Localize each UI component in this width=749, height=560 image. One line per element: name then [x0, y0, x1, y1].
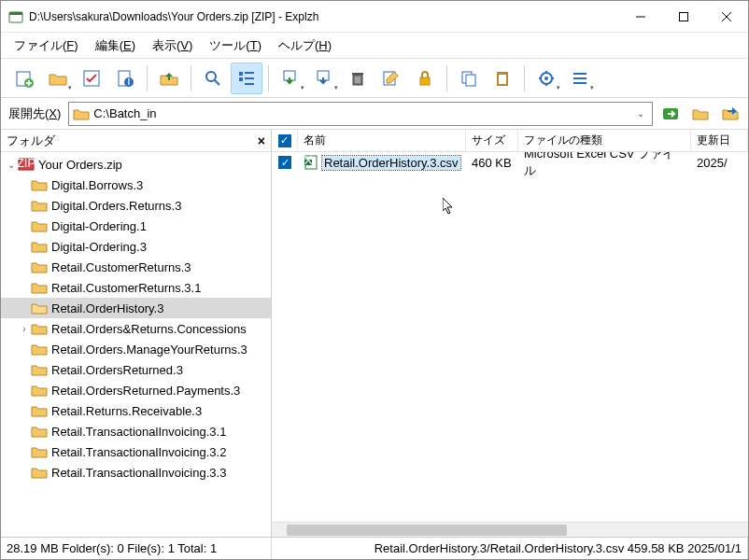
file-list-rows[interactable]: ✓ XRetail.OrderHistory.3.csv 460 KB Micr…	[272, 152, 748, 522]
app-icon	[8, 9, 23, 24]
path-field[interactable]: ⌄	[68, 102, 653, 126]
tree-item[interactable]: ›Retail.Orders&Returns.Concessions	[1, 318, 271, 339]
horizontal-scrollbar[interactable]	[272, 522, 748, 537]
menu-view[interactable]: 表示(V)	[145, 34, 200, 58]
new-archive-button[interactable]	[8, 63, 40, 94]
folder-tree-close[interactable]: ×	[258, 133, 265, 148]
rename-button[interactable]	[375, 63, 407, 94]
tree-item[interactable]: Retail.TransactionalInvoicing.3.2	[1, 441, 271, 462]
window-title: D:\Users\sakura\Downloads\Your Orders.zi…	[29, 10, 619, 23]
menu-edit[interactable]: 編集(E)	[88, 34, 143, 58]
tree-item[interactable]: Retail.Returns.Receivable.3	[1, 400, 271, 421]
tree-item[interactable]: Retail.TransactionalInvoicing.3.1	[1, 421, 271, 441]
svg-point-14	[206, 72, 216, 81]
pathbar: 展開先(X) ⌄	[1, 98, 748, 130]
svg-rect-33	[499, 75, 506, 84]
toolbar-separator	[524, 65, 525, 91]
browse-button[interactable]	[688, 102, 713, 126]
tree-item[interactable]: Retail.TransactionalInvoicing.3.3	[1, 462, 271, 483]
toolbar-separator	[147, 65, 148, 91]
delete-button[interactable]	[342, 63, 374, 94]
tree-item[interactable]: Retail.Orders.ManageYourReturns.3	[1, 339, 271, 359]
file-row[interactable]: ✓ XRetail.OrderHistory.3.csv 460 KB Micr…	[272, 152, 748, 173]
svg-point-35	[544, 77, 548, 80]
settings-button[interactable]: ▾	[530, 63, 562, 94]
tree-item[interactable]: Digital.Orders.Returns.3	[1, 195, 271, 216]
tree-item[interactable]: Digital-Ordering.3	[1, 236, 271, 257]
tree-item[interactable]: Digital.Borrows.3	[1, 175, 271, 195]
column-checkbox[interactable]: ✓	[272, 130, 298, 151]
svg-rect-1	[9, 12, 22, 15]
minimize-button[interactable]	[619, 2, 662, 32]
svg-rect-31	[466, 75, 475, 86]
file-name: Retail.OrderHistory.3.csv	[322, 156, 460, 170]
copy-button[interactable]	[453, 63, 485, 94]
file-list-panel: ✓ 名前 サイズ ファイルの種類 更新日 ✓ XRetail.OrderHist…	[272, 130, 748, 537]
folder-tree[interactable]: ⌄ZIPYour Orders.zipDigital.Borrows.3Digi…	[1, 152, 271, 537]
search-button[interactable]	[197, 63, 229, 94]
tree-view-button[interactable]	[231, 63, 262, 94]
folder-tree-panel: フォルダ × ⌄ZIPYour Orders.zipDigital.Borrow…	[1, 130, 272, 537]
svg-text:X: X	[304, 155, 313, 167]
list-style-button[interactable]: ▾	[564, 63, 596, 94]
column-name[interactable]: 名前	[298, 130, 466, 151]
tree-item[interactable]: Retail.OrderHistory.3	[1, 298, 271, 318]
statusbar: 28.19 MB Folder(s): 0 File(s): 1 Total: …	[1, 537, 748, 559]
menubar: ファイル(F) 編集(E) 表示(V) ツール(T) ヘルプ(H)	[1, 33, 748, 59]
menu-help[interactable]: ヘルプ(H)	[271, 34, 339, 58]
toolbar-separator	[268, 65, 269, 91]
menu-tool[interactable]: ツール(T)	[202, 34, 269, 58]
open-button[interactable]: ▾	[42, 63, 74, 94]
svg-rect-17	[239, 77, 243, 81]
svg-rect-18	[245, 72, 254, 74]
column-modified[interactable]: 更新日	[691, 130, 748, 151]
path-input[interactable]	[93, 106, 629, 120]
column-size[interactable]: サイズ	[466, 130, 518, 151]
close-button[interactable]	[705, 2, 748, 32]
tree-item[interactable]: Digital-Ordering.1	[1, 216, 271, 236]
folder-tree-title: フォルダ	[7, 133, 55, 149]
extract-destination-label: 展開先(X)	[7, 105, 63, 122]
tree-root[interactable]: ⌄ZIPYour Orders.zip	[1, 154, 271, 175]
svg-rect-29	[420, 77, 430, 85]
svg-line-15	[215, 80, 219, 85]
titlebar: D:\Users\sakura\Downloads\Your Orders.zi…	[1, 1, 748, 33]
column-type[interactable]: ファイルの種類	[518, 130, 691, 151]
go-button[interactable]	[658, 102, 683, 126]
status-right: Retail.OrderHistory.3/Retail.OrderHistor…	[272, 538, 748, 559]
tree-item[interactable]: Retail.CustomerReturns.3.1	[1, 277, 271, 298]
header-checkbox[interactable]: ✓	[278, 134, 291, 147]
svg-rect-24	[352, 73, 363, 75]
extract-button[interactable]: ▾	[275, 63, 306, 94]
encrypt-button[interactable]	[409, 63, 441, 94]
path-dropdown[interactable]: ⌄	[633, 108, 648, 119]
extract-here-button[interactable]: ▾	[308, 63, 340, 94]
svg-rect-20	[245, 83, 254, 85]
export-button[interactable]	[718, 102, 742, 126]
maximize-button[interactable]	[662, 2, 705, 32]
test-button[interactable]	[76, 63, 107, 94]
main-area: フォルダ × ⌄ZIPYour Orders.zipDigital.Borrow…	[1, 130, 748, 537]
paste-button[interactable]	[487, 63, 518, 94]
tree-item[interactable]: Retail.OrdersReturned.Payments.3	[1, 380, 271, 400]
toolbar-separator	[191, 65, 191, 91]
info-button[interactable]: i	[109, 63, 141, 94]
up-folder-button[interactable]	[153, 63, 185, 94]
toolbar-separator	[446, 65, 447, 91]
svg-text:ZIP: ZIP	[18, 158, 35, 170]
svg-rect-16	[239, 72, 243, 76]
file-list-header: ✓ 名前 サイズ ファイルの種類 更新日	[272, 130, 748, 152]
menu-file[interactable]: ファイル(F)	[7, 34, 86, 58]
file-type: Microsoft Excel CSV ファイル	[518, 152, 691, 173]
toolbar: ▾ i ▾ ▾ ▾ ▾	[1, 59, 748, 98]
tree-item[interactable]: Retail.OrdersReturned.3	[1, 359, 271, 380]
svg-rect-3	[680, 12, 688, 21]
tree-item[interactable]: Retail.CustomerReturns.3	[1, 257, 271, 277]
status-left: 28.19 MB Folder(s): 0 File(s): 1 Total: …	[1, 538, 272, 559]
file-size: 460 KB	[466, 152, 518, 173]
scrollbar-thumb[interactable]	[287, 525, 567, 536]
row-checkbox[interactable]: ✓	[278, 156, 291, 169]
file-modified: 2025/	[691, 152, 748, 173]
svg-text:i: i	[128, 74, 131, 88]
folder-tree-header: フォルダ ×	[1, 130, 271, 152]
